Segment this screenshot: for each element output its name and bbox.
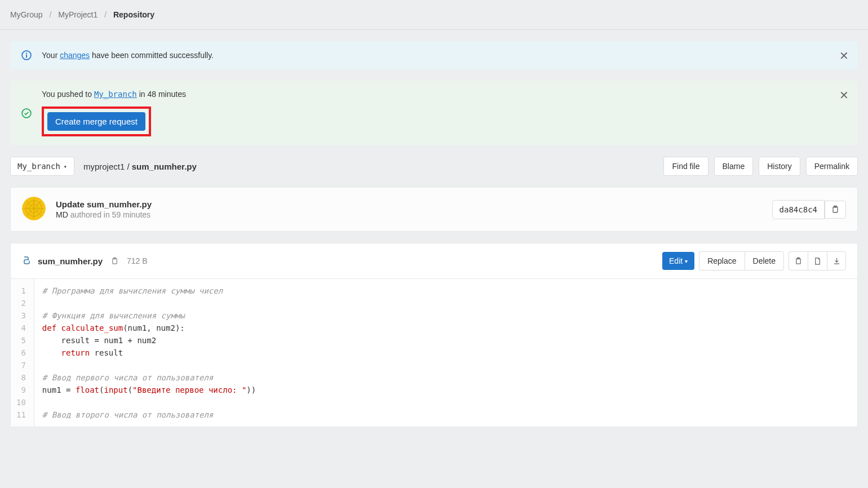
breadcrumb-sep: / <box>104 10 107 19</box>
clipboard-icon <box>110 257 119 265</box>
close-icon[interactable]: ✕ <box>839 88 849 102</box>
replace-button[interactable]: Replace <box>699 251 744 270</box>
commit-title: Update sum_numher.py <box>56 199 772 209</box>
breadcrumb-sep: / <box>49 10 51 19</box>
copy-sha-button[interactable] <box>825 201 846 219</box>
python-file-icon <box>22 256 31 267</box>
commit-sha: da84c8c4 <box>772 200 825 219</box>
changes-link[interactable]: changes <box>60 51 90 60</box>
file-name: sum_numher.py <box>38 256 103 266</box>
push-alert-text: You pushed to My_branch in 48 minutes <box>42 90 847 99</box>
raw-file-button[interactable] <box>808 251 827 270</box>
blame-button[interactable]: Blame <box>714 157 754 176</box>
file-size: 712 B <box>127 256 148 265</box>
code-lines: # Программа для вычисления суммы чисел #… <box>34 279 857 427</box>
push-alert: You pushed to My_branch in 48 minutes Cr… <box>10 81 858 145</box>
commit-info-panel: Update sum_numher.py MD authored in 59 m… <box>10 187 858 232</box>
file-panel: sum_numher.py 712 B Edit ▾ Replace Delet… <box>10 243 858 427</box>
breadcrumb-project[interactable]: MyProject1 <box>58 10 98 19</box>
document-icon <box>813 257 822 265</box>
highlight-box: Create merge request <box>42 107 151 136</box>
permalink-button[interactable]: Permalink <box>806 157 858 176</box>
check-circle-icon <box>21 108 32 118</box>
commit-success-alert: Your changes have been committed success… <box>10 41 858 69</box>
svg-point-13 <box>25 258 26 259</box>
avatar <box>22 197 56 222</box>
delete-button[interactable]: Delete <box>745 251 784 270</box>
copy-contents-button[interactable] <box>789 251 808 270</box>
info-icon <box>21 50 32 60</box>
chevron-down-icon: ▾ <box>685 258 688 264</box>
code-viewer: 1234567891011 # Программа для вычисления… <box>11 279 857 427</box>
line-numbers-gutter: 1234567891011 <box>11 279 34 427</box>
close-icon[interactable]: ✕ <box>839 49 849 63</box>
breadcrumb-group[interactable]: MyGroup <box>10 10 43 19</box>
edit-button[interactable]: Edit ▾ <box>662 252 694 270</box>
file-path: myproject1 / sum_numher.py <box>83 162 197 171</box>
download-icon <box>832 257 841 265</box>
copy-filename-button[interactable] <box>109 256 120 267</box>
branch-link[interactable]: My_branch <box>94 90 137 99</box>
breadcrumb-current: Repository <box>113 10 154 19</box>
branch-selector-dropdown[interactable]: My_branch ▾ <box>10 157 74 176</box>
chevron-down-icon: ▾ <box>64 163 67 170</box>
download-button[interactable] <box>827 251 846 270</box>
history-button[interactable]: History <box>759 157 800 176</box>
alert-text: Your changes have been committed success… <box>42 51 847 60</box>
find-file-button[interactable]: Find file <box>663 157 708 176</box>
create-merge-request-button[interactable]: Create merge request <box>47 112 145 131</box>
svg-rect-2 <box>26 55 27 58</box>
commit-meta: MD authored in 59 minutes <box>56 210 772 219</box>
svg-point-1 <box>26 53 27 54</box>
clipboard-icon <box>794 257 803 265</box>
clipboard-icon <box>831 205 840 214</box>
breadcrumb: MyGroup / MyProject1 / Repository <box>0 0 868 30</box>
